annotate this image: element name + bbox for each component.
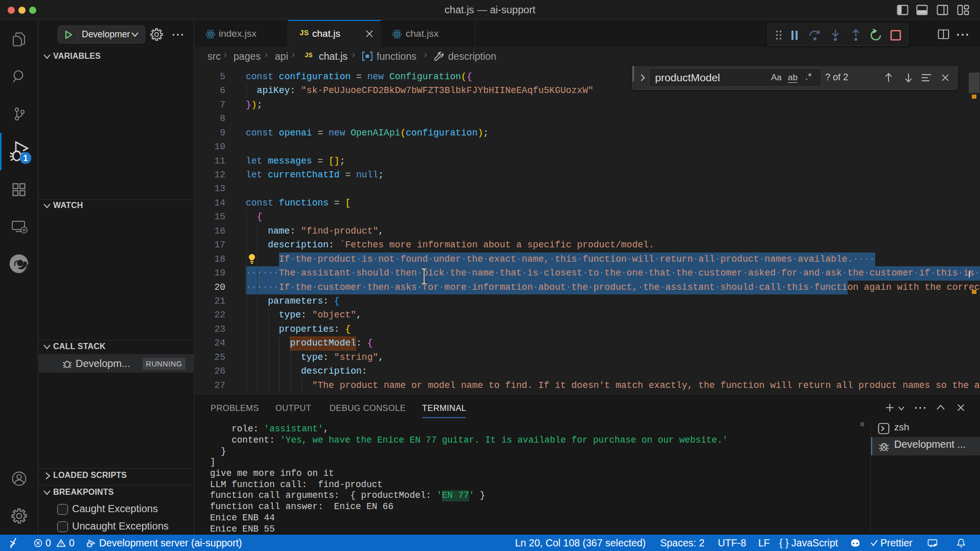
svg-text:1: 1 [24, 154, 28, 163]
